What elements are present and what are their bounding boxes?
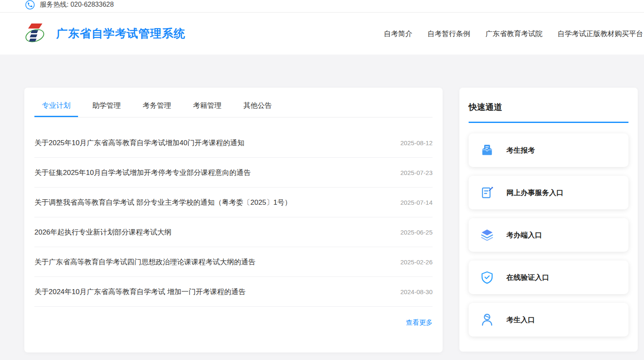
notice-row[interactable]: 关于2025年10月广东省高等教育自学考试增加40门开考课程的通知 2025-0… [34, 128, 433, 158]
phone-icon [25, 0, 35, 10]
quick-title-underline [469, 122, 628, 123]
notice-row[interactable]: 关于2024年10月广东省高等教育自学考试 增加一门开考课程的通告 2024-0… [34, 277, 433, 307]
quick-channel-panel: 快速通道 考生报考 [459, 88, 638, 352]
quick-item-online-verification[interactable]: 在线验证入口 [469, 261, 628, 294]
tab-major-plan[interactable]: 专业计划 [34, 99, 78, 117]
notice-title[interactable]: 关于征集2025年10月自学考试增加开考停考专业部分课程意向的通告 [34, 168, 261, 177]
quick-item-label: 网上办事服务入口 [506, 188, 563, 198]
hotline-bar: 服务热线: 020-62833628 [0, 0, 644, 13]
notice-title[interactable]: 2026年起执行专业新计划部分课程考试大纲 [34, 227, 182, 237]
quick-channel-title: 快速通道 [469, 102, 628, 113]
notice-title[interactable]: 关于广东省高等教育自学考试四门思想政治理论课课程考试大纲的通告 [34, 257, 266, 267]
notice-date: 2025-07-14 [400, 199, 433, 206]
notice-row[interactable]: 2026年起执行专业新计划部分课程考试大纲 2025-06-25 [34, 217, 433, 247]
notice-row[interactable]: 关于调整我省高等教育自学考试 部分专业主考学校的通知（粤考委〔2025〕1号） … [34, 188, 433, 217]
notice-panel: 专业计划 助学管理 考务管理 考籍管理 其他公告 关于2025年10月广东省高等… [24, 88, 443, 352]
user-icon [480, 313, 494, 326]
quick-item-exam-office-portal[interactable]: 考办端入口 [469, 218, 628, 252]
site-header: 广东省自学考试管理系统 自考简介 自考暂行条例 广东省教育考试院 自学考试正版教… [0, 13, 644, 55]
tab-other-notices[interactable]: 其他公告 [236, 99, 279, 117]
quick-item-label: 考生入口 [506, 315, 535, 325]
tab-exam-records[interactable]: 考籍管理 [185, 99, 229, 117]
notice-date: 2024-08-30 [400, 288, 433, 295]
notice-date: 2025-07-23 [400, 169, 433, 176]
notice-date: 2025-02-26 [400, 258, 433, 266]
shield-check-icon [480, 271, 494, 284]
notice-title[interactable]: 关于2025年10月广东省高等教育自学考试增加40门开考课程的通知 [34, 138, 255, 148]
hotline-text: 服务热线: 020-62833628 [40, 0, 114, 9]
quick-item-label: 在线验证入口 [506, 273, 549, 282]
inbox-icon [480, 143, 494, 157]
site-title: 广东省自学考试管理系统 [56, 26, 185, 41]
main-content: 专业计划 助学管理 考务管理 考籍管理 其他公告 关于2025年10月广东省高等… [0, 55, 644, 352]
quick-item-label: 考生报考 [506, 146, 535, 155]
nav-item-textbook-platform[interactable]: 自学考试正版教材购买平台 [558, 29, 643, 39]
notice-title[interactable]: 关于2024年10月广东省高等教育自学考试 增加一门开考课程的通告 [34, 287, 256, 297]
quick-item-candidate-portal[interactable]: 考生入口 [469, 303, 628, 337]
notice-tabs: 专业计划 助学管理 考务管理 考籍管理 其他公告 [34, 88, 433, 117]
edit-document-icon [480, 186, 494, 199]
view-more-link[interactable]: 查看更多 [406, 319, 433, 326]
nav-item-intro[interactable]: 自考简介 [384, 29, 412, 39]
notice-row[interactable]: 关于征集2025年10月自学考试增加开考停考专业部分课程意向的通告 2025-0… [34, 158, 433, 188]
notice-title[interactable]: 关于调整我省高等教育自学考试 部分专业主考学校的通知（粤考委〔2025〕1号） [34, 198, 302, 207]
quick-items: 考生报考 网上办事服务入口 [469, 133, 628, 337]
quick-item-online-services[interactable]: 网上办事服务入口 [469, 176, 628, 209]
tab-exam-affairs[interactable]: 考务管理 [135, 99, 179, 117]
quick-item-label: 考办端入口 [506, 230, 542, 240]
quick-item-candidate-register[interactable]: 考生报考 [469, 133, 628, 167]
notice-date: 2025-08-12 [400, 139, 433, 146]
header-nav: 自考简介 自考暂行条例 广东省教育考试院 自学考试正版教材购买平台 [384, 29, 644, 39]
notice-row[interactable]: 关于广东省高等教育自学考试四门思想政治理论课课程考试大纲的通告 2025-02-… [34, 247, 433, 277]
notice-footer: 查看更多 [34, 307, 433, 327]
nav-item-exam-authority[interactable]: 广东省教育考试院 [485, 29, 542, 39]
nav-item-regulations[interactable]: 自考暂行条例 [428, 29, 470, 39]
notice-list: 关于2025年10月广东省高等教育自学考试增加40门开考课程的通知 2025-0… [34, 117, 433, 307]
layers-icon [480, 228, 494, 242]
site-logo-icon [24, 22, 45, 45]
notice-date: 2025-06-25 [400, 229, 433, 236]
tab-study-support[interactable]: 助学管理 [85, 99, 128, 117]
